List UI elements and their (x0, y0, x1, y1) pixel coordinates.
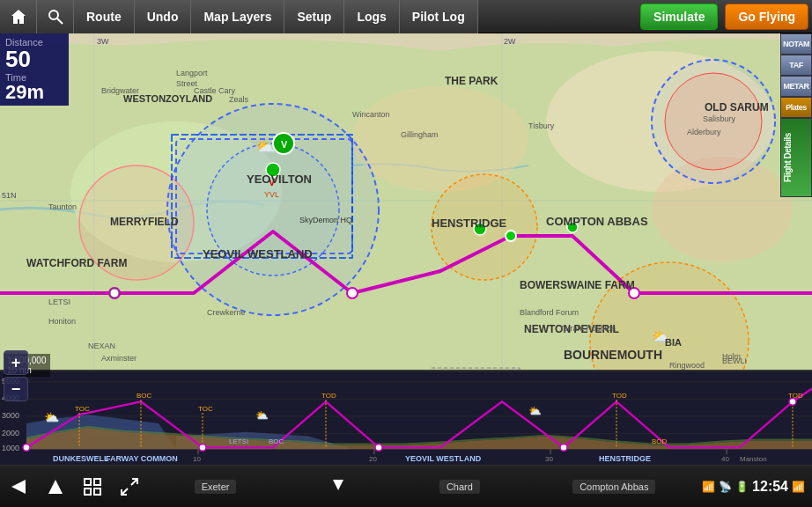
svg-text:Wincanton: Wincanton (352, 110, 390, 119)
route-button[interactable]: Route (74, 0, 135, 33)
svg-text:WATCHFORD FARM: WATCHFORD FARM (26, 257, 127, 269)
svg-text:DUNKESWELL: DUNKESWELL (53, 454, 109, 463)
waypoint-exeter: Exeter (195, 480, 237, 494)
zoom-in-button[interactable]: + (4, 350, 28, 375)
svg-text:Honiton: Honiton (48, 317, 76, 326)
svg-text:3000: 3000 (2, 411, 19, 420)
waypoint-chard: Chard (439, 480, 480, 494)
notam-button[interactable]: NOTAM (780, 33, 812, 55)
svg-text:YEOVIL WESTLAND: YEOVIL WESTLAND (405, 454, 482, 463)
svg-marker-125 (11, 480, 26, 494)
svg-point-107 (23, 444, 30, 451)
zoom-out-button[interactable]: − (4, 377, 28, 401)
right-buttons: NOTAM TAF METAR Plates Flight Details (780, 33, 812, 197)
wifi-signal-icon: 📶 (792, 481, 805, 493)
svg-marker-126 (48, 480, 63, 494)
svg-point-111 (789, 398, 796, 405)
info-panel: Distance 50 Time 29m (0, 33, 69, 106)
elevation-profile: 5000 4000 3000 2000 1000 ⛅ ⛅ ⛅ (0, 370, 812, 465)
svg-rect-130 (94, 489, 100, 495)
svg-text:THE PARK: THE PARK (445, 75, 498, 87)
nav-back-button[interactable] (0, 466, 37, 508)
svg-text:51N: 51N (2, 191, 17, 200)
setup-button[interactable]: Setup (284, 0, 344, 33)
svg-text:YEOVILTON: YEOVILTON (247, 173, 312, 186)
svg-marker-133 (333, 480, 343, 490)
nav-fullscreen-button[interactable] (111, 466, 148, 508)
map-layers-button[interactable]: Map Layers (191, 0, 284, 33)
svg-text:BOWERSWAINE FARM: BOWERSWAINE FARM (520, 279, 635, 291)
wifi-icon: 📡 (719, 481, 732, 493)
svg-rect-73 (0, 371, 812, 465)
svg-text:Tarrant Rushton: Tarrant Rushton (559, 324, 616, 333)
map-container[interactable]: V YVL ⛅ ⛅ V WESTONZOYLAND Bridgwater Str… (0, 33, 812, 412)
svg-point-18 (347, 288, 358, 298)
search-button[interactable] (37, 0, 74, 33)
svg-text:⛅: ⛅ (44, 410, 60, 425)
svg-text:BOD: BOD (652, 438, 668, 446)
simulate-button[interactable]: Simulate (640, 4, 718, 30)
svg-text:Langport: Langport (176, 69, 208, 77)
svg-text:10: 10 (193, 455, 201, 463)
svg-text:⛅: ⛅ (528, 404, 542, 417)
svg-text:20: 20 (369, 455, 377, 463)
svg-rect-129 (85, 489, 91, 495)
svg-point-0 (49, 11, 58, 19)
svg-text:Axminster: Axminster (101, 354, 137, 363)
svg-text:Ringwood: Ringwood (669, 361, 705, 370)
svg-text:2W: 2W (504, 37, 516, 46)
svg-text:TOD: TOD (612, 392, 627, 400)
waypoint-compton: Compton Abbas (572, 480, 655, 494)
svg-text:FARWAY COMMON: FARWAY COMMON (106, 454, 178, 463)
svg-text:Manston: Manston (740, 455, 767, 463)
top-navigation: Route Undo Map Layers Setup Logs Pilot L… (0, 0, 812, 33)
svg-text:⛅: ⛅ (255, 408, 269, 422)
svg-text:HENSTRIDGE: HENSTRIDGE (432, 217, 507, 230)
svg-text:NEXAN: NEXAN (88, 342, 115, 350)
svg-text:HENSTRIDGE: HENSTRIDGE (599, 454, 651, 463)
nav-window-button[interactable] (74, 466, 111, 508)
zoom-controls: + − (4, 350, 28, 403)
svg-text:40: 40 (721, 455, 729, 463)
plates-button[interactable]: Plates (780, 97, 812, 118)
undo-button[interactable]: Undo (135, 0, 192, 33)
svg-point-110 (560, 444, 567, 451)
svg-text:MERRYFIELD: MERRYFIELD (110, 216, 179, 228)
go-flying-button[interactable]: Go Flying (725, 4, 808, 30)
svg-text:LETSI: LETSI (229, 438, 248, 446)
bottom-navigation: Exeter Chard Compton Abbas 📶 📡 🔋 12:54 📶 (0, 465, 812, 507)
svg-text:Salisbury: Salisbury (703, 114, 736, 123)
svg-line-1 (57, 18, 63, 24)
svg-text:LETSI: LETSI (48, 298, 70, 306)
svg-text:BOC: BOC (137, 392, 152, 400)
svg-text:30: 30 (545, 455, 553, 463)
svg-text:3W: 3W (97, 37, 109, 46)
svg-text:SkyDemon HQ: SkyDemon HQ (299, 216, 352, 224)
svg-text:BOURNEMOUTH: BOURNEMOUTH (564, 348, 662, 362)
svg-text:TOC: TOC (75, 405, 90, 413)
home-button[interactable] (0, 0, 37, 33)
svg-text:BOC: BOC (269, 438, 284, 446)
taf-button[interactable]: TAF (780, 55, 812, 76)
battery-icon: 🔋 (735, 481, 749, 493)
time-value: 29m (5, 83, 63, 102)
svg-point-109 (375, 444, 382, 451)
svg-text:OLD SARUM: OLD SARUM (705, 101, 769, 114)
svg-text:Gillingham: Gillingham (401, 130, 439, 139)
svg-text:Bridgwater: Bridgwater (101, 86, 139, 95)
status-area: 📶 📡 🔋 12:54 📶 (702, 479, 812, 495)
svg-text:Blandford Forum: Blandford Forum (520, 308, 579, 317)
logs-button[interactable]: Logs (344, 0, 399, 33)
svg-text:TOD: TOD (321, 392, 336, 400)
svg-text:Castle Cary: Castle Cary (194, 86, 236, 95)
pilot-log-button[interactable]: Pilot Log (400, 0, 478, 33)
flight-details-button[interactable]: Flight Details (780, 118, 812, 197)
svg-rect-127 (85, 479, 91, 485)
nav-up-button[interactable] (37, 466, 74, 508)
svg-text:COMPTON ABBAS: COMPTON ABBAS (546, 215, 648, 228)
svg-text:BIA: BIA (665, 337, 682, 348)
svg-line-131 (131, 479, 137, 485)
metar-button[interactable]: METAR (780, 76, 812, 97)
svg-text:2000: 2000 (2, 429, 19, 437)
svg-text:Alderbury: Alderbury (687, 128, 721, 136)
